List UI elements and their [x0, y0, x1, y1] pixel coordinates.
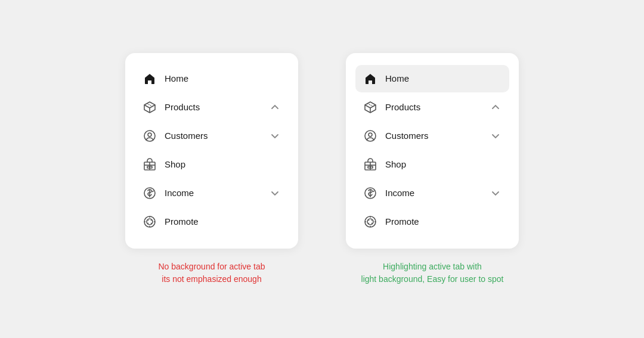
chevron-up-icon [490, 102, 501, 113]
comparison-container: Home Products Customers Shop Inc [125, 53, 519, 286]
nav-card-bad: Home Products Customers Shop Inc [125, 53, 298, 249]
caption-line1-bad: No background for active tab [159, 262, 265, 271]
nav-item-promote-bad[interactable]: Promote [135, 208, 289, 235]
svg-rect-9 [150, 166, 152, 168]
caption-line2-bad: its not emphasized enough [162, 274, 261, 284]
nav-item-customers-good[interactable]: Customers [355, 122, 509, 150]
chevron-down-icon [490, 131, 501, 141]
nav-item-products-good[interactable]: Products [355, 94, 509, 121]
customers-icon [143, 129, 156, 142]
svg-point-28 [365, 216, 376, 227]
caption-line2-good: light background, Easy for user to spot [361, 274, 504, 284]
shop-icon [143, 158, 156, 171]
home-icon [364, 72, 377, 85]
caption-bad: No background for active tabits not emph… [159, 261, 265, 286]
nav-card-good: Home Products Customers Shop Inc [346, 53, 519, 249]
nav-item-income-good[interactable]: Income [355, 179, 509, 207]
nav-label-promote: Promote [385, 216, 501, 227]
svg-point-21 [369, 133, 372, 137]
customers-icon [364, 129, 377, 142]
panel-wrapper-bad: Home Products Customers Shop Inc [125, 53, 298, 286]
nav-label-customers: Customers [165, 131, 261, 141]
products-icon [364, 101, 377, 114]
nav-label-products: Products [165, 102, 261, 112]
nav-label-shop: Shop [385, 159, 501, 169]
nav-label-products: Products [385, 102, 482, 112]
products-icon [143, 101, 156, 114]
nav-item-shop-good[interactable]: Shop [355, 151, 509, 178]
nav-label-home: Home [165, 73, 280, 83]
nav-item-products-bad[interactable]: Products [135, 94, 289, 121]
nav-label-promote: Promote [165, 216, 280, 227]
income-icon [143, 187, 156, 200]
chevron-down-icon [270, 188, 280, 199]
shop-icon [364, 158, 377, 171]
nav-item-income-bad[interactable]: Income [135, 179, 289, 207]
promote-icon [364, 215, 377, 228]
svg-line-19 [368, 103, 373, 106]
caption-line1-good: Highlighting active tab with [383, 262, 482, 271]
nav-label-home: Home [385, 73, 501, 83]
panel-wrapper-good: Home Products Customers Shop Inc [346, 53, 519, 286]
svg-point-11 [144, 216, 155, 227]
nav-item-promote-good[interactable]: Promote [355, 208, 509, 235]
nav-label-income: Income [385, 188, 482, 198]
nav-label-income: Income [165, 188, 261, 198]
income-icon [364, 187, 377, 200]
svg-line-2 [147, 103, 153, 106]
caption-good: Highlighting active tab withlight backgr… [361, 261, 504, 286]
nav-item-shop-bad[interactable]: Shop [135, 151, 289, 178]
chevron-up-icon [270, 102, 280, 113]
svg-point-4 [148, 133, 151, 137]
svg-rect-26 [370, 166, 373, 168]
promote-icon [143, 215, 156, 228]
nav-label-shop: Shop [165, 159, 280, 169]
nav-label-customers: Customers [385, 131, 482, 141]
chevron-down-icon [270, 131, 280, 141]
chevron-down-icon [490, 188, 501, 199]
nav-item-home-bad[interactable]: Home [135, 65, 289, 92]
nav-item-home-good[interactable]: Home [355, 65, 509, 92]
home-icon [143, 72, 156, 85]
nav-item-customers-bad[interactable]: Customers [135, 122, 289, 150]
